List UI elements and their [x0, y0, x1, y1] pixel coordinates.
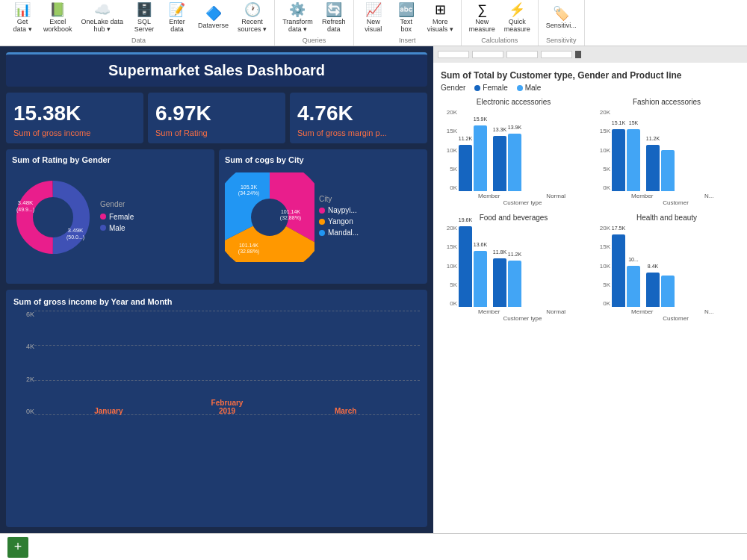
food-member-male-label: 13.6K: [474, 242, 487, 247]
male-legend-dot: [517, 85, 523, 91]
status-bar: +: [0, 533, 747, 560]
food-normal-female-label: 11.8K: [493, 249, 506, 255]
health-normal-male-bar: [661, 276, 675, 307]
recent-sources-button[interactable]: 🕐 Recentsources ▾: [233, 1, 271, 35]
electronic-member-female-bar: [459, 145, 472, 191]
electronic-member-female-label: 11.2K: [459, 136, 472, 141]
fashion-normal-female-label: 11.2K: [646, 136, 660, 141]
add-page-button[interactable]: +: [7, 537, 28, 558]
food-x-title: Customer type: [459, 315, 586, 322]
svg-text:3.49K: 3.49K: [68, 227, 84, 234]
svg-text:3.48K: 3.48K: [18, 199, 34, 206]
bar-january: January: [61, 404, 157, 415]
new-visual-button[interactable]: 📈 Newvisual: [357, 1, 390, 35]
refresh-data-button[interactable]: 🔄 Refreshdata: [317, 1, 350, 35]
y-6k: 6K: [13, 311, 34, 318]
ribbon: 📊 Getdata ▾ 📗 Excelworkbook ☁️ OneLake d…: [0, 0, 747, 46]
excel-workbook-button[interactable]: 📗 Excelworkbook: [39, 1, 77, 35]
svg-text:(32.88%): (32.88%): [280, 215, 301, 221]
bar-february: February2019: [179, 396, 276, 415]
onelake-button[interactable]: ☁️ OneLake datahub ▾: [77, 1, 128, 35]
fashion-member-male-label: 15K: [629, 120, 638, 125]
fashion-member-female-bar: [612, 129, 625, 191]
svg-text:105.3K: 105.3K: [241, 184, 258, 190]
dataverse-icon: 🔷: [205, 7, 222, 20]
health-beauty-chart: Health and beauty 20K 15K 10K 5K 0K: [594, 214, 740, 322]
gender-label: Gender: [441, 84, 465, 92]
quick-measure-button[interactable]: ⚡ Quickmeasure: [500, 1, 535, 35]
food-member-female-bar: [459, 226, 472, 307]
electronic-normal-male-bar: [508, 134, 521, 191]
electronic-member-group: 11.2K 15.9K: [459, 125, 487, 191]
sql-server-button[interactable]: 🗄️ SQLServer: [128, 1, 161, 35]
donut-container: 3.48K (49.9...) 3.49K (50.0...) Gender F…: [12, 169, 208, 266]
text-box-button[interactable]: 🔤 Textbox: [390, 1, 423, 35]
get-data-button[interactable]: 📊 Getdata ▾: [6, 1, 39, 35]
svg-text:101.14K: 101.14K: [239, 243, 258, 248]
ribbon-sensitivity-section: 🏷️ Sensitivi... Sensitivity: [539, 0, 585, 46]
tab-1[interactable]: [438, 51, 469, 58]
electronic-member-male-label: 15.9K: [474, 116, 487, 122]
donut-chart-card: Sum of Rating by Gender 3.48K (49.9...) …: [6, 149, 214, 284]
new-measure-button[interactable]: ∑ Newmeasure: [465, 1, 500, 35]
y-2k: 2K: [13, 376, 34, 383]
ribbon-insert-section: 📈 Newvisual 🔤 Textbox ⊞ Morevisuals ▾ In…: [354, 0, 462, 46]
male-legend-item: Male: [517, 84, 542, 92]
tab-3[interactable]: [506, 51, 538, 58]
excel-icon: 📗: [49, 3, 66, 16]
transform-icon: ⚙️: [289, 3, 306, 16]
food-normal-group: 11.8K 11.2K: [493, 258, 521, 307]
dataverse-button[interactable]: 🔷 Dataverse: [193, 4, 233, 31]
food-bars: 19.6K 13.6K: [459, 225, 586, 322]
insert-section-label: Insert: [354, 37, 461, 44]
health-x-labels: Member N...: [612, 308, 740, 315]
male-dot: [100, 225, 106, 231]
female-legend-item: Female: [474, 84, 507, 92]
health-bar-groups: 17.5K 10...: [612, 225, 740, 307]
female-legend-dot: [474, 85, 480, 91]
kpi-gross-income: 15.38K Sum of gross income: [6, 93, 143, 143]
right-panel-tabs: [433, 46, 747, 63]
food-bar-groups: 19.6K 13.6K: [459, 225, 586, 307]
health-member-group: 17.5K 10...: [612, 234, 640, 307]
electronic-normal-group: 13.3K 13.9K: [493, 134, 521, 191]
kpi-gross-margin: 4.76K Sum of gross margin p...: [290, 93, 427, 143]
y-0k: 0K: [13, 408, 34, 415]
kpi-rating: 6.97K Sum of Rating: [148, 93, 285, 143]
fashion-member-male-bar: [627, 129, 640, 191]
tab-2[interactable]: [472, 51, 503, 58]
electronic-normal-bars: 13.3K 13.9K: [493, 134, 521, 191]
food-beverages-chart: Food and beverages 20K 15K 10K 5K 0K: [441, 214, 586, 322]
ribbon-calculations-section: ∑ Newmeasure ⚡ Quickmeasure Calculations: [462, 0, 539, 46]
electronic-chart-body: 20K 15K 10K 5K 0K: [441, 109, 586, 206]
health-y-axis: 20K 15K 10K 5K 0K: [594, 225, 612, 307]
fashion-bars: 15.1K 15K: [612, 109, 740, 206]
onelake-icon: ☁️: [94, 3, 111, 16]
kpi-gross-margin-value: 4.76K: [297, 102, 420, 125]
svg-text:(50.0...): (50.0...): [66, 234, 84, 240]
fashion-y-axis: 20K 15K 10K 5K 0K: [594, 109, 612, 191]
enter-data-button[interactable]: 📝 Enterdata: [161, 1, 193, 35]
svg-text:(49.9...): (49.9...): [16, 207, 34, 213]
pie-legend: City Naypyi... Yangon Mandal...: [319, 195, 359, 240]
pie-legend-yangon: Yangon: [319, 217, 359, 225]
tab-4[interactable]: [541, 51, 572, 58]
transform-data-button[interactable]: ⚙️ Transformdata ▾: [278, 1, 317, 35]
electronic-normal-female-label: 13.3K: [493, 127, 506, 132]
more-visuals-button[interactable]: ⊞ Morevisuals ▾: [423, 1, 458, 35]
svg-text:(34.24%): (34.24%): [238, 190, 259, 196]
january-label: January: [94, 407, 123, 415]
kpi-gross-margin-label: Sum of gross margin p...: [297, 128, 420, 137]
y-4k: 4K: [13, 343, 34, 350]
city-yangon-label: Yangon: [328, 217, 353, 225]
food-normal-male-label: 11.2K: [508, 252, 521, 257]
scroll-indicator: [575, 51, 581, 58]
health-bars: 17.5K 10...: [612, 225, 740, 322]
electronic-accessories-chart: Electronic accessories 20K 15K 10K 5K 0K: [441, 98, 586, 206]
ribbon-data-section: 📊 Getdata ▾ 📗 Excelworkbook ☁️ OneLake d…: [3, 0, 275, 46]
fashion-member-female-label: 15.1K: [612, 120, 625, 125]
health-member-bars: 17.5K 10...: [612, 234, 640, 307]
kpi-gross-income-value: 15.38K: [13, 102, 136, 125]
bars-container: January February2019 March: [34, 311, 420, 415]
sensitivity-button[interactable]: 🏷️ Sensitivi...: [542, 4, 581, 31]
